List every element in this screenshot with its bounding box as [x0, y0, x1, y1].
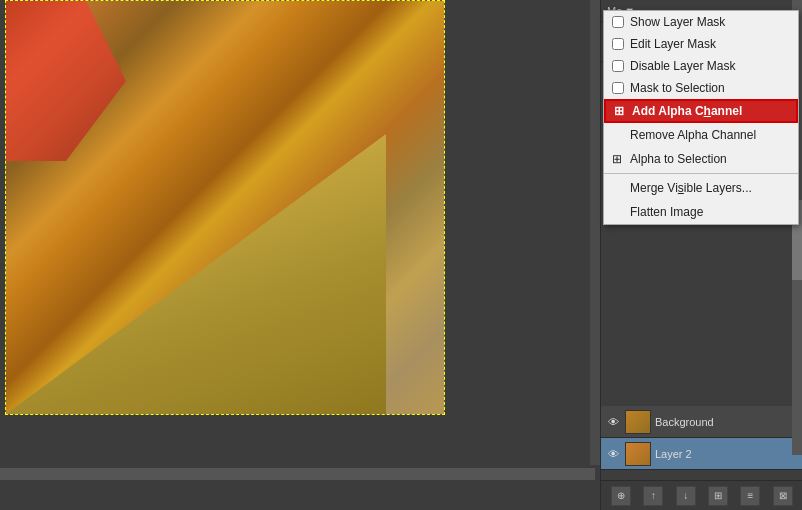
flatten-image-label: Flatten Image [630, 205, 703, 219]
layer-name-2: Layer 2 [655, 448, 692, 460]
alpha-selection-icon: ⊞ [610, 152, 624, 166]
photo-background [6, 1, 444, 414]
merge-visible-label: Merge Visible Layers... [630, 181, 752, 195]
duplicate-layer-button[interactable]: ⊞ [708, 486, 728, 506]
add-alpha-label: Add Alpha Channel [632, 104, 742, 118]
layers-list: 👁 Background 👁 Layer 2 [601, 406, 802, 470]
eye-icon-2[interactable]: 👁 [605, 446, 621, 462]
edit-layer-mask-checkbox[interactable] [612, 38, 624, 50]
context-menu: Show Layer Mask Edit Layer Mask Disable … [603, 10, 799, 225]
menu-divider [604, 173, 798, 174]
layer-name: Background [655, 416, 714, 428]
eye-icon[interactable]: 👁 [605, 414, 621, 430]
ramp-shape [6, 134, 386, 414]
menu-item-mask-to-selection[interactable]: Mask to Selection [604, 77, 798, 99]
menu-item-flatten-image[interactable]: Flatten Image [604, 200, 798, 224]
alpha-to-selection-label: Alpha to Selection [630, 152, 727, 166]
canvas-scrollbar-horizontal[interactable] [0, 468, 595, 480]
menu-item-edit-layer-mask[interactable]: Edit Layer Mask [604, 33, 798, 55]
canvas-area [0, 0, 600, 510]
mask-to-selection-label: Mask to Selection [630, 81, 725, 95]
layers-bottom-toolbar: ⊕ ↑ ↓ ⊞ ≡ ⊠ [601, 480, 802, 510]
menu-item-remove-alpha-channel[interactable]: Remove Alpha Channel [604, 123, 798, 147]
layer-item[interactable]: 👁 Background [601, 406, 802, 438]
disable-layer-mask-label: Disable Layer Mask [630, 59, 735, 73]
merge-layer-button[interactable]: ≡ [740, 486, 760, 506]
raise-layer-button[interactable]: ↑ [643, 486, 663, 506]
add-alpha-icon: ⊞ [612, 104, 626, 118]
layer-thumbnail [625, 410, 651, 434]
show-layer-mask-checkbox[interactable] [612, 16, 624, 28]
disable-layer-mask-checkbox[interactable] [612, 60, 624, 72]
lower-layer-button[interactable]: ↓ [676, 486, 696, 506]
menu-item-merge-visible[interactable]: Merge Visible Layers... [604, 176, 798, 200]
canvas-image [5, 0, 445, 415]
edit-layer-mask-label: Edit Layer Mask [630, 37, 716, 51]
menu-item-disable-layer-mask[interactable]: Disable Layer Mask [604, 55, 798, 77]
menu-item-add-alpha-channel[interactable]: ⊞ Add Alpha Channel [604, 99, 798, 123]
right-panel: Mo ▼ Opac c Lock: Show Layer Mask Edit L… [600, 0, 802, 510]
layer-thumbnail-2 [625, 442, 651, 466]
layer-item-active[interactable]: 👁 Layer 2 [601, 438, 802, 470]
remove-alpha-label: Remove Alpha Channel [630, 128, 756, 142]
show-layer-mask-label: Show Layer Mask [630, 15, 725, 29]
menu-item-show-layer-mask[interactable]: Show Layer Mask [604, 11, 798, 33]
menu-item-alpha-to-selection[interactable]: ⊞ Alpha to Selection [604, 147, 798, 171]
delete-layer-button[interactable]: ⊠ [773, 486, 793, 506]
new-layer-button[interactable]: ⊕ [611, 486, 631, 506]
dog-silhouette [6, 1, 126, 161]
mask-to-selection-checkbox[interactable] [612, 82, 624, 94]
